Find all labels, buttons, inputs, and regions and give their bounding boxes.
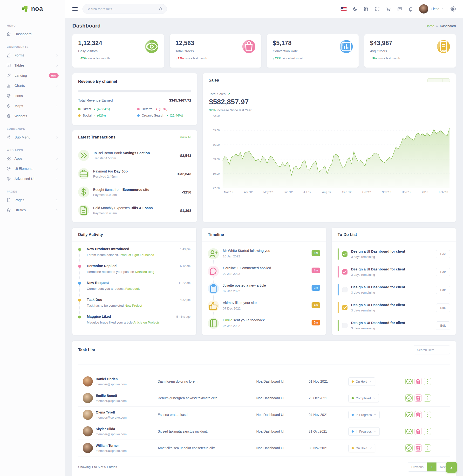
- legend-name: Referral: [142, 107, 153, 111]
- approve-button[interactable]: [405, 378, 413, 385]
- trend-triangle-icon: ▼: [156, 108, 158, 110]
- assignee-email: member@spruko.com: [96, 449, 127, 453]
- fullscreen-icon[interactable]: [375, 6, 380, 12]
- edit-button[interactable]: Edit: [436, 321, 450, 330]
- pagination-previous[interactable]: Previous: [408, 462, 427, 471]
- approve-button[interactable]: [405, 411, 413, 418]
- legend-item: Organic Search ▲(22.46%): [137, 114, 191, 117]
- user-menu[interactable]: Elena: [419, 4, 445, 14]
- task-search-input[interactable]: [414, 345, 450, 354]
- search-input[interactable]: [87, 7, 156, 11]
- sidebar-item[interactable]: Sub Menu: [0, 132, 65, 142]
- aperture-icon: [6, 114, 11, 118]
- menu-toggle-button[interactable]: [72, 6, 78, 12]
- sidebar-section-label: PAGES: [0, 184, 65, 195]
- approve-button[interactable]: [405, 395, 413, 402]
- edit-button[interactable]: Edit: [436, 250, 450, 258]
- status-dropdown[interactable]: On Hold: [348, 377, 375, 386]
- transaction-amount: +$32,543: [176, 172, 191, 176]
- transaction-sub: Payment 8.00am: [93, 193, 178, 197]
- timeline-item: Akimov liked your site 07 Dec 2022 4m: [208, 297, 320, 314]
- sidebar-item-label: Tables: [15, 63, 25, 67]
- delete-button[interactable]: [415, 378, 422, 385]
- year-tab[interactable]: [442, 79, 450, 82]
- more-options-button[interactable]: [424, 444, 431, 452]
- sidebar-item-label: Advanced Ui: [15, 177, 34, 181]
- edit-button[interactable]: Edit: [436, 268, 450, 276]
- table-row: William Turner member@spruko.com Amet cl…: [78, 440, 450, 457]
- todo-checkbox[interactable]: [342, 323, 347, 328]
- status-dropdown[interactable]: In Progress: [348, 427, 380, 436]
- sidebar-item-label: Widgets: [15, 114, 27, 118]
- bag-icon: [242, 40, 255, 53]
- more-options-button[interactable]: [424, 428, 431, 435]
- transaction-sub: Payment 6.43am: [93, 211, 175, 215]
- language-flag-icon[interactable]: [340, 7, 347, 11]
- year-tab[interactable]: [435, 79, 442, 82]
- more-options-button[interactable]: [424, 378, 431, 385]
- approve-button[interactable]: [405, 428, 413, 435]
- scroll-to-top-button[interactable]: ▲: [446, 462, 457, 473]
- receipt-icon: [437, 40, 450, 53]
- notifications-bell-icon[interactable]: [408, 6, 413, 12]
- sidebar-item[interactable]: Icons: [0, 91, 65, 101]
- sidebar-item[interactable]: Charts: [0, 81, 65, 91]
- search-icon[interactable]: [159, 7, 163, 11]
- sidebar-item[interactable]: Apps: [0, 153, 65, 164]
- dark-mode-icon[interactable]: [353, 6, 358, 12]
- todo-color-bar: [338, 320, 338, 331]
- arrow-up-right-icon: ↗: [227, 92, 230, 96]
- sidebar-item[interactable]: Ui Elements: [0, 164, 65, 174]
- edit-button[interactable]: Edit: [436, 286, 450, 294]
- activity-link[interactable]: Product Light Launched: [120, 253, 154, 257]
- delete-button[interactable]: [415, 411, 422, 418]
- sidebar-item[interactable]: Maps: [0, 101, 65, 111]
- legend-name: Social: [83, 114, 92, 117]
- sidebar-item[interactable]: Tables: [0, 60, 65, 71]
- breadcrumb-home-link[interactable]: Home: [425, 24, 434, 28]
- status-label: On Hold: [356, 446, 367, 450]
- todo-item-sub: 3 days remaining: [351, 326, 432, 330]
- approve-button[interactable]: [405, 444, 413, 452]
- edit-button[interactable]: Edit: [436, 304, 450, 312]
- cart-icon[interactable]: [386, 6, 391, 12]
- sidebar-item[interactable]: Utilities: [0, 205, 65, 215]
- settings-gear-icon[interactable]: [450, 6, 456, 12]
- messages-icon[interactable]: [397, 6, 402, 12]
- todo-checkbox[interactable]: [342, 251, 347, 257]
- sidebar-item[interactable]: Forms: [0, 50, 65, 60]
- project-cell: Noa Dashboard UI: [252, 440, 304, 457]
- activity-link[interactable]: Detailed Blog: [135, 270, 154, 274]
- eye-icon: [145, 40, 158, 53]
- more-options-button[interactable]: [424, 395, 431, 402]
- activity-link[interactable]: Facebook: [125, 287, 140, 290]
- table-row: Skyler Hilda member@spruko.com Sit sed t…: [78, 423, 450, 440]
- sidebar-item[interactable]: Widgets: [0, 111, 65, 121]
- y-tick-label: 27.00: [213, 187, 220, 190]
- status-dropdown[interactable]: In Progress: [348, 411, 380, 419]
- chevron-right-icon: [55, 209, 59, 212]
- sidebar-item[interactable]: Landing new: [0, 71, 65, 81]
- delete-button[interactable]: [415, 444, 422, 452]
- todo-checkbox[interactable]: [342, 269, 347, 275]
- sidebar-item[interactable]: Dashboard: [0, 29, 65, 39]
- brand-logo[interactable]: noa: [0, 0, 65, 18]
- delete-button[interactable]: [415, 395, 422, 402]
- file-text-icon: [78, 205, 89, 216]
- activity-time: 5 mins ago: [176, 315, 190, 318]
- year-tab[interactable]: [427, 79, 435, 82]
- status-dropdown[interactable]: On Hold: [348, 444, 375, 452]
- more-options-button[interactable]: [424, 411, 431, 418]
- todo-checkbox[interactable]: [342, 305, 347, 310]
- total-sales-value: $582,857.97: [209, 98, 449, 106]
- activity-link[interactable]: Article on Projects: [133, 321, 160, 324]
- pagination-page-1[interactable]: 1: [427, 462, 436, 471]
- view-all-link[interactable]: View All: [180, 135, 191, 139]
- sidebar-item[interactable]: Advanced Ui: [0, 174, 65, 184]
- sidebar-item[interactable]: Pages: [0, 195, 65, 205]
- todo-checkbox[interactable]: [342, 287, 347, 292]
- status-dropdown[interactable]: Completed: [348, 394, 379, 402]
- delete-button[interactable]: [415, 428, 422, 435]
- activity-link[interactable]: New Project: [125, 304, 142, 307]
- apps-grid-icon[interactable]: [364, 6, 369, 12]
